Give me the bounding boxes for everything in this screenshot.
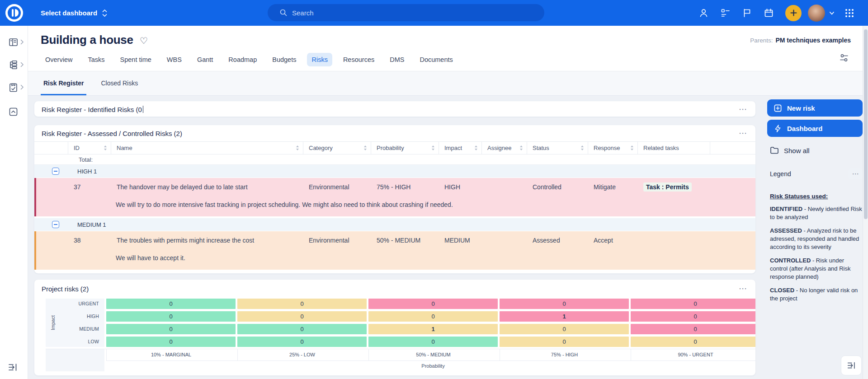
risk-id[interactable]: 37 <box>68 178 111 196</box>
matrix-cell[interactable]: 0 <box>500 324 629 334</box>
sort-icon <box>475 145 477 150</box>
breadcrumb: Parents:PM techniques examples <box>750 37 851 44</box>
global-search <box>268 4 544 21</box>
chevron-down-icon[interactable] <box>829 10 835 16</box>
column-header-related-tasks[interactable]: Related tasks <box>638 142 710 154</box>
group-collapse-checkbox[interactable] <box>52 168 59 175</box>
tab-resources[interactable]: Resources <box>339 53 379 66</box>
up-down-chevrons-icon <box>101 8 108 18</box>
tab-overview[interactable]: Overview <box>41 53 77 66</box>
subtab-risk-register[interactable]: Risk Register <box>41 80 86 95</box>
user-avatar[interactable] <box>808 5 825 22</box>
group-row-high[interactable]: HIGH 1 <box>34 165 755 178</box>
column-header-name[interactable]: Name <box>111 142 303 154</box>
matrix-cell[interactable]: 0 <box>631 337 756 347</box>
matrix-cell[interactable]: 0 <box>106 299 236 309</box>
risk-id[interactable]: 38 <box>68 231 111 249</box>
column-header-id[interactable]: ID <box>68 142 111 154</box>
matrix-cell[interactable]: 0 <box>368 299 498 309</box>
matrix-cell[interactable]: 0 <box>500 299 629 309</box>
page-settings-icon[interactable] <box>838 52 850 64</box>
rail-item-wbs[interactable] <box>0 56 28 74</box>
rail-item-projects[interactable] <box>0 33 28 51</box>
calendar-icon[interactable] <box>764 8 774 18</box>
tab-dms[interactable]: DMS <box>385 53 409 66</box>
column-header-assignee[interactable]: Assignee <box>482 142 527 154</box>
identified-panel-title[interactable]: Risk Register - Identified Risks (0 <box>42 106 143 113</box>
group-row-medium[interactable]: MEDIUM 1 <box>34 218 755 231</box>
matrix-cell[interactable]: 1 <box>500 311 629 322</box>
matrix-cell[interactable]: 0 <box>237 337 367 347</box>
risk-row-38[interactable]: 38 The troubles with permits might incre… <box>34 231 755 270</box>
risk-probability: 75% - HIGH <box>371 178 439 196</box>
column-header-category[interactable]: Category <box>303 142 371 154</box>
tab-documents[interactable]: Documents <box>415 53 457 66</box>
column-header-probability[interactable]: Probability <box>371 142 439 154</box>
matrix-cell[interactable]: 0 <box>106 311 236 322</box>
quick-add-button[interactable] <box>785 5 802 21</box>
group-collapse-checkbox[interactable] <box>52 221 59 228</box>
matrix-panel-menu-icon[interactable]: ⋯ <box>739 285 747 293</box>
parents-link[interactable]: PM techniques examples <box>775 37 851 44</box>
subtab-closed-risks[interactable]: Closed Risks <box>98 80 141 95</box>
risk-impact: MEDIUM <box>439 231 482 249</box>
matrix-cell[interactable]: 0 <box>368 311 498 322</box>
dashboard-button[interactable]: Dashboard <box>767 120 863 137</box>
tab-budgets[interactable]: Budgets <box>268 53 301 66</box>
user-icon[interactable] <box>698 8 709 18</box>
flag-icon[interactable] <box>742 8 752 18</box>
project-header: Building a house ♡ Parents:PM techniques… <box>28 26 868 71</box>
matrix-cell[interactable]: 0 <box>106 324 236 334</box>
apps-grid-icon[interactable] <box>844 8 855 19</box>
risk-name[interactable]: The troubles with permits might increase… <box>111 231 303 249</box>
assessed-panel-menu-icon[interactable]: ⋯ <box>739 129 747 137</box>
column-header-response[interactable]: Response <box>588 142 638 154</box>
dashboard-selector[interactable]: Select dashboard <box>41 0 108 26</box>
my-tasks-icon[interactable] <box>720 8 731 18</box>
identified-panel-menu-icon[interactable]: ⋯ <box>739 105 747 113</box>
search-input[interactable] <box>292 9 509 17</box>
tab-risks[interactable]: Risks <box>307 53 332 66</box>
minus-icon <box>54 224 57 225</box>
tab-gantt[interactable]: Gantt <box>193 53 217 66</box>
matrix-cell[interactable]: 0 <box>237 324 367 334</box>
matrix-cell[interactable]: 1 <box>368 324 498 334</box>
tab-spent-time[interactable]: Spent time <box>116 53 156 66</box>
matrix-cell[interactable]: 0 <box>500 337 629 347</box>
matrix-cell[interactable]: 0 <box>631 299 756 309</box>
tab-tasks[interactable]: Tasks <box>83 53 109 66</box>
favorite-heart-icon[interactable]: ♡ <box>140 35 148 45</box>
matrix-cell[interactable]: 0 <box>237 299 367 309</box>
rail-item-collapse[interactable] <box>0 103 28 121</box>
new-risk-button[interactable]: New risk <box>767 99 863 117</box>
show-all-link[interactable]: Show all <box>767 144 863 157</box>
tab-wbs[interactable]: WBS <box>162 53 186 66</box>
matrix-cell[interactable]: 0 <box>368 337 498 347</box>
sidebar-expand-icon[interactable] <box>7 362 18 373</box>
identified-risks-panel: Risk Register - Identified Risks (0 ⋯ <box>34 101 756 117</box>
scrollbar-thumb[interactable] <box>864 29 868 219</box>
app-logo[interactable] <box>5 4 23 22</box>
risk-name[interactable]: The handover may be delayed due to late … <box>111 178 303 196</box>
legend-menu-icon[interactable]: ⋯ <box>848 168 863 179</box>
parents-label: Parents: <box>750 37 773 44</box>
column-header-status[interactable]: Status <box>527 142 588 154</box>
vertical-scrollbar <box>863 26 868 379</box>
related-task-link[interactable]: Task : Permits <box>643 182 692 192</box>
risk-description: We will have to accept it. <box>36 249 755 270</box>
tab-roadmap[interactable]: Roadmap <box>224 53 261 66</box>
risk-status: Controlled <box>527 178 588 196</box>
matrix-cell[interactable]: 0 <box>237 311 367 322</box>
sort-icon <box>432 145 434 150</box>
rail-item-tasks[interactable] <box>0 78 28 96</box>
matrix-cell[interactable]: 0 <box>631 324 756 334</box>
plus-square-icon <box>774 104 782 112</box>
risk-row-37[interactable]: 37 The handover may be delayed due to la… <box>34 178 755 216</box>
minus-icon <box>54 171 57 172</box>
panel-toggle-box[interactable] <box>841 356 862 375</box>
matrix-cell[interactable]: 0 <box>106 337 236 347</box>
column-header-impact[interactable]: Impact <box>439 142 482 154</box>
matrix-cell[interactable]: 0 <box>631 311 756 322</box>
risk-table-header: ID Name Category Probability Impact Assi… <box>34 141 755 154</box>
risk-status: Assessed <box>527 231 588 249</box>
